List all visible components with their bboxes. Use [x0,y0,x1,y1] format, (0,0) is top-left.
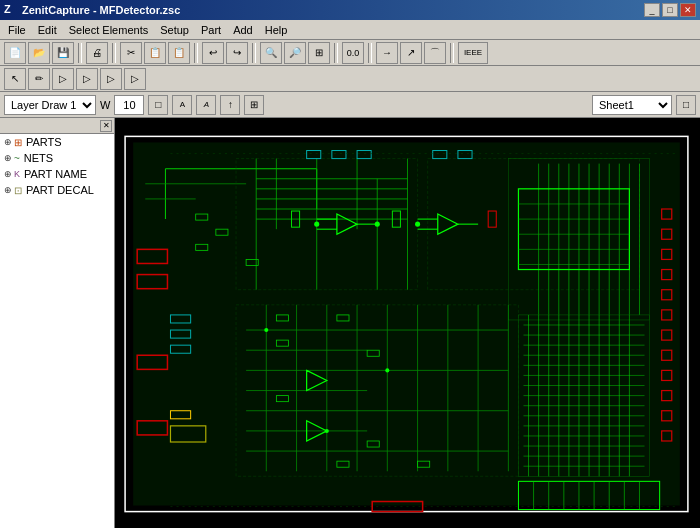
canvas-area[interactable] [115,118,700,528]
add-bus-button[interactable]: ▷ [100,68,122,90]
tree-label-partname: PART NAME [24,168,87,180]
zoom-out-button[interactable]: 🔎 [284,42,306,64]
w-label: W [100,99,110,111]
toolbar-separator-1 [78,43,82,63]
schematic-svg [115,118,700,528]
partname-icon: K [14,169,20,179]
menu-item-file[interactable]: File [2,22,32,38]
layer-btn-3[interactable]: A [196,95,216,115]
window-title: ZenitCapture - MFDetector.zsc [22,4,644,16]
menu-item-setup[interactable]: Setup [154,22,195,38]
window-controls: _ □ ✕ [644,3,696,17]
toolbar2: ↖ ✏ ▷ ▷ ▷ ▷ [0,66,700,92]
panel-close-button[interactable]: ✕ [100,120,112,132]
layer-btn-1[interactable]: □ [148,95,168,115]
arc-button[interactable]: ⌒ [424,42,446,64]
tree-item-nets[interactable]: ⊕ ~ NETS [0,150,114,166]
app-icon: Z [4,3,18,17]
toolbar1: 📄 📂 💾 🖨 ✂ 📋 📋 ↩ ↪ 🔍 🔎 ⊞ 0.0 → ↗ ⌒ IEEE [0,40,700,66]
line-button[interactable]: ↗ [400,42,422,64]
layer-dropdown[interactable]: Layer Draw 1 [4,95,96,115]
nets-icon: ~ [14,153,20,164]
layer-btn-5[interactable]: ⊞ [244,95,264,115]
svg-point-125 [314,222,319,227]
expand-partdecal-icon: ⊕ [4,185,12,195]
copy-button[interactable]: 📋 [144,42,166,64]
menu-bar: FileEditSelect ElementsSetupPartAddHelp [0,20,700,40]
add-part-button[interactable]: ▷ [52,68,74,90]
layer-btn-4[interactable]: ↑ [220,95,240,115]
undo-button[interactable]: ↩ [202,42,224,64]
w-input[interactable] [114,95,144,115]
toolbar-separator-4 [252,43,256,63]
maximize-button[interactable]: □ [662,3,678,17]
cut-button[interactable]: ✂ [120,42,142,64]
parts-icon: ⊞ [14,137,22,148]
print-button[interactable]: 🖨 [86,42,108,64]
menu-item-part[interactable]: Part [195,22,227,38]
sheet-view-btn[interactable]: □ [676,95,696,115]
main-area: ✕ ⊕ ⊞ PARTS ⊕ ~ NETS ⊕ K PART NAME ⊕ ⊡ P… [0,118,700,528]
svg-point-129 [385,368,389,372]
tree-item-parts[interactable]: ⊕ ⊞ PARTS [0,134,114,150]
draw-button[interactable]: ✏ [28,68,50,90]
settings-button[interactable]: 0.0 [342,42,364,64]
redo-button[interactable]: ↪ [226,42,248,64]
add-label-button[interactable]: ▷ [124,68,146,90]
partdecal-icon: ⊡ [14,185,22,196]
toolbar-separator-6 [368,43,372,63]
save-button[interactable]: 💾 [52,42,74,64]
title-bar: Z ZenitCapture - MFDetector.zsc _ □ ✕ [0,0,700,20]
new-button[interactable]: 📄 [4,42,26,64]
svg-point-127 [415,222,420,227]
zoom-in-button[interactable]: 🔍 [260,42,282,64]
menu-item-add[interactable]: Add [227,22,259,38]
zoom-fit-button[interactable]: ⊞ [308,42,330,64]
toolbar-separator-2 [112,43,116,63]
close-button[interactable]: ✕ [680,3,696,17]
toolbar-separator-3 [194,43,198,63]
route-button[interactable]: → [376,42,398,64]
expand-parts-icon: ⊕ [4,137,12,147]
expand-partname-icon: ⊕ [4,169,12,179]
svg-point-130 [325,429,329,433]
expand-nets-icon: ⊕ [4,153,12,163]
minimize-button[interactable]: _ [644,3,660,17]
tree-label-partdecal: PART DECAL [26,184,94,196]
tree-label-nets: NETS [24,152,53,164]
menu-item-select elements[interactable]: Select Elements [63,22,154,38]
menu-item-edit[interactable]: Edit [32,22,63,38]
layer-btn-2[interactable]: A [172,95,192,115]
left-panel: ✕ ⊕ ⊞ PARTS ⊕ ~ NETS ⊕ K PART NAME ⊕ ⊡ P… [0,118,115,528]
add-net-button[interactable]: ▷ [76,68,98,90]
svg-point-126 [375,222,380,227]
tree-item-partdecal[interactable]: ⊕ ⊡ PART DECAL [0,182,114,198]
tree-item-partname[interactable]: ⊕ K PART NAME [0,166,114,182]
select-button[interactable]: ↖ [4,68,26,90]
ieee-button[interactable]: IEEE [458,42,488,64]
panel-header: ✕ [0,118,114,134]
menu-item-help[interactable]: Help [259,22,294,38]
sheet-dropdown[interactable]: Sheet1 [592,95,672,115]
paste-button[interactable]: 📋 [168,42,190,64]
toolbar-separator-7 [450,43,454,63]
layer-bar: Layer Draw 1 W □ A A ↑ ⊞ Sheet1 □ [0,92,700,118]
toolbar-separator-5 [334,43,338,63]
svg-point-128 [264,328,268,332]
tree-label-parts: PARTS [26,136,62,148]
open-button[interactable]: 📂 [28,42,50,64]
